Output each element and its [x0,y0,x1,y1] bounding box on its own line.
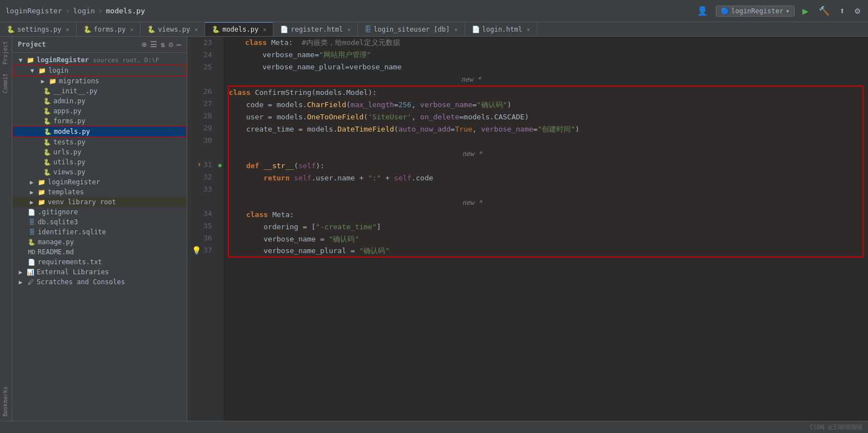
venv-expand-icon: ▶ [28,199,36,206]
views-tab-close[interactable]: × [194,27,198,33]
tree-item-urls[interactable]: 🐍 urls.py [12,147,187,157]
migrations-folder-icon: 📁 [49,78,57,85]
collapse-all-icon[interactable]: ☰ [150,40,157,49]
ln-29: 29 [192,122,212,134]
tree-item-init[interactable]: 🐍 __init__.py [12,86,187,96]
readme-file-icon: MD [28,249,36,256]
side-label-commit[interactable]: Commit [0,69,12,98]
forms-tab-close[interactable]: × [130,27,133,33]
tab-register[interactable]: 📄 register.html × [273,23,358,36]
tab-settings[interactable]: 🐍 settings.py × [0,23,77,36]
db-sqlite3-label: db.sqlite3 [38,218,78,226]
diff-gutter: ● [217,37,223,421]
side-label-project[interactable]: Project [0,37,12,69]
init-file-icon: 🐍 [43,88,51,95]
add-content-icon[interactable]: ⊕ [142,40,146,49]
code-line-24: verbose_name="网站用户管理" [228,49,864,61]
tree-item-tests[interactable]: 🐍 tests.py [12,137,187,147]
ln-30: 30 [192,134,212,147]
code-line-27: code = models.CharField(max_length=256, … [229,99,862,111]
tree-item-login[interactable]: ▼ 📁 login [12,65,187,76]
settings-tab-close[interactable]: × [66,27,69,33]
loginregister-sub-label: loginRegister [48,178,100,186]
tree-item-readme[interactable]: MD README.md [12,247,187,257]
tree-item-scratches[interactable]: ▶ 🖊 Scratches and Consoles [12,277,187,287]
tab-login-siteuser[interactable]: 🗄 login_siteuser [db] × [358,23,465,36]
tree-item-templates[interactable]: ▶ 📁 templates [12,187,187,197]
sidebar-close-icon[interactable]: — [177,40,181,49]
login-label: login [48,67,68,74]
models-tab-label: models.py [222,26,258,33]
login-html-tab-icon: 📄 [472,26,480,33]
tree-item-models-py[interactable]: 🐍 models.py [12,126,187,137]
code-line-23: class Meta: #内嵌类，给model定义元数据 [228,37,864,49]
tree-item-loginregister-sub[interactable]: ▶ 📁 loginRegister [12,177,187,187]
settings-tab-label: settings.py [17,26,61,33]
tab-forms[interactable]: 🐍 forms.py × [77,23,141,36]
root-label: loginRegister sources root, D:\F [37,56,159,64]
code-line-26: class ConfirmString(models.Model): [229,87,862,99]
ln-new2 [192,147,212,159]
tree-item-utils[interactable]: 🐍 utils.py [12,157,187,167]
code-line-28: user = models.OneToOneField('SiteUser', … [229,111,862,123]
loginregister-sub-folder-icon: 📁 [38,179,46,186]
settings-button[interactable]: ⚙ [852,4,862,17]
requirements-label: requirements.txt [38,258,102,266]
code-area: 23 24 25 26 27 28 29 30 ⬆ 31 32 33 34 35 [187,37,868,421]
editor[interactable]: 23 24 25 26 27 28 29 30 ⬆ 31 32 33 34 35 [187,37,868,421]
tree-item-apps[interactable]: 🐍 apps.py [12,106,187,116]
db-tab-close[interactable]: × [454,27,457,33]
views-py-label: views.py [53,168,86,176]
breadcrumb-project[interactable]: loginRegister [6,7,62,15]
tree-item-requirements[interactable]: 📄 requirements.txt [12,257,187,267]
gitignore-file-icon: 📄 [28,209,36,216]
project-selector-label: loginRegister [731,7,784,15]
new-tag-2: new * [229,148,862,160]
root-folder-icon: 📁 [27,57,34,64]
breadcrumb-login[interactable]: login [73,7,95,15]
init-label: __init__.py [53,87,97,95]
project-selector[interactable]: 🔵 loginRegister ▾ [716,6,795,17]
manage-label: manage.py [38,238,74,246]
highlight-region: class ConfirmString(models.Model): code … [228,85,864,258]
code-content[interactable]: class Meta: #内嵌类，给model定义元数据 verbose_nam… [223,37,868,421]
bulb-gutter-37[interactable]: 💡 [192,244,201,256]
build-button[interactable]: 🔨 [816,4,832,17]
tree-item-admin[interactable]: 🐍 admin.py [12,96,187,106]
side-label-bookmarks[interactable]: Bookmarks [0,382,12,421]
tree-item-venv[interactable]: ▶ 📁 venv library root [12,197,187,207]
tab-models[interactable]: 🐍 models.py × [205,22,273,36]
tree-item-gitignore[interactable]: 📄 .gitignore [12,207,187,217]
ln-33: 33 [192,183,212,195]
tree-item-root[interactable]: ▼ 📁 loginRegister sources root, D:\F [12,55,187,65]
forms-tab-icon: 🐍 [83,26,92,33]
register-tab-label: register.html [291,26,343,33]
status-bar: CSDN @王喵喵喵喵 [0,421,868,433]
tab-views[interactable]: 🐍 views.py × [141,23,205,36]
sidebar-settings-icon[interactable]: ⚙ [168,40,173,49]
readme-label: README.md [38,248,74,256]
models-tab-close[interactable]: × [263,27,266,33]
tab-login-html[interactable]: 📄 login.html × [465,23,537,36]
run-button[interactable]: ▶ [800,4,811,18]
ln-34: 34 [192,208,212,220]
tree-item-db-sqlite3[interactable]: 🗄 db.sqlite3 [12,217,187,227]
tree-item-migrations[interactable]: ▶ 📁 migrations [12,76,187,86]
ln-27: 27 [192,98,212,110]
vcs-button[interactable]: ⬆ [837,4,847,17]
external-libs-icon: 📊 [27,269,34,276]
forms-py-label: forms.py [53,117,86,125]
tree-item-forms-py[interactable]: 🐍 forms.py [12,116,187,126]
tree-item-manage-py[interactable]: 🐍 manage.py [12,237,187,247]
tree-item-views-py[interactable]: 🐍 views.py [12,167,187,177]
user-icon[interactable]: 👤 [695,4,710,17]
gitignore-label: .gitignore [38,208,78,216]
apps-file-icon: 🐍 [43,108,51,115]
register-tab-close[interactable]: × [347,27,351,33]
sort-icon[interactable]: ⇅ [161,40,165,49]
code-line-32: return self.user.name + ":" + self.code [229,172,862,184]
tree-item-external-libs[interactable]: ▶ 📊 External Libraries [12,267,187,277]
sidebar-title: Project [18,41,46,48]
login-html-tab-close[interactable]: × [527,27,530,33]
tree-item-identifier-sqlite[interactable]: 🗄 identifier.sqlite [12,227,187,237]
